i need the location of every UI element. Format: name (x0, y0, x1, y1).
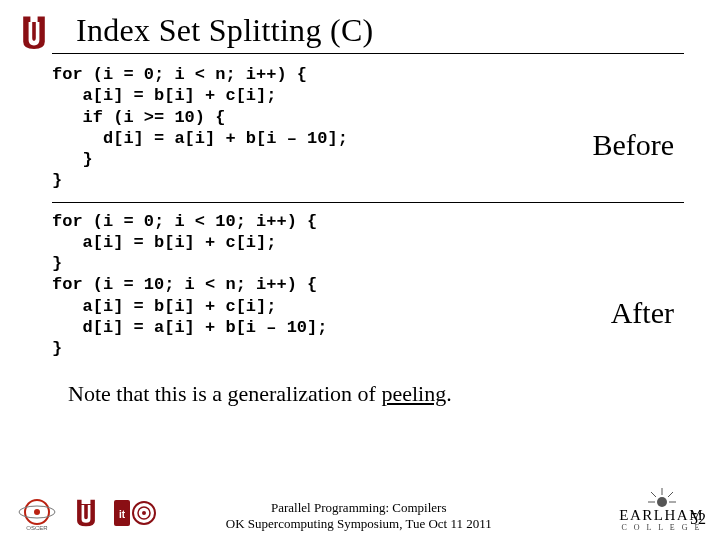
ou-small-logo-icon (68, 494, 104, 532)
code-area: for (i = 0; i < n; i++) { a[i] = b[i] + … (52, 64, 684, 359)
footer-text: Parallel Programming: Compilers OK Super… (226, 500, 492, 533)
title-row: Index Set Splitting (C) (0, 0, 720, 51)
before-label: Before (592, 128, 674, 162)
svg-line-12 (668, 492, 673, 497)
oscer-logo-icon: OSCER (14, 494, 60, 532)
svg-point-9 (657, 497, 667, 507)
peeling-link[interactable]: peeling (381, 381, 446, 406)
svg-line-11 (651, 492, 656, 497)
footer-line-1: Parallel Programming: Compilers (226, 500, 492, 516)
note-prefix: Note that this is a generalization of (68, 381, 381, 406)
footer-logos: OSCER it (14, 494, 158, 532)
slide: Index Set Splitting (C) for (i = 0; i < … (0, 0, 720, 540)
ou-logo-icon (16, 13, 52, 49)
footer: OSCER it Parallel Programmin (0, 488, 720, 532)
note-text: Note that this is a generalization of pe… (68, 381, 720, 407)
sun-icon (647, 488, 677, 508)
title-rule (52, 53, 684, 54)
code-block-before: for (i = 0; i < n; i++) { a[i] = b[i] + … (52, 64, 684, 192)
slide-title: Index Set Splitting (C) (76, 12, 374, 49)
svg-point-8 (142, 511, 146, 515)
note-suffix: . (446, 381, 452, 406)
after-label: After (611, 296, 674, 330)
footer-line-2: OK Supercomputing Symposium, Tue Oct 11 … (226, 516, 492, 532)
svg-text:OSCER: OSCER (26, 525, 48, 531)
ou-it-logo-icon: it (112, 494, 158, 532)
svg-point-2 (34, 509, 40, 515)
code-separator (52, 202, 684, 203)
page-number: 52 (690, 510, 706, 528)
code-block-after: for (i = 0; i < 10; i++) { a[i] = b[i] +… (52, 211, 684, 360)
svg-text:it: it (119, 509, 126, 520)
